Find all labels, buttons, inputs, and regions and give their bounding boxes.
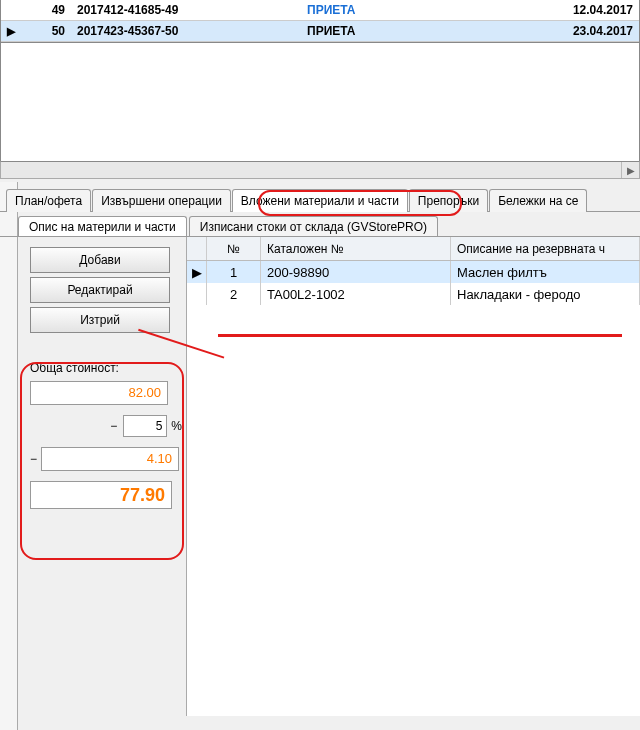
order-doc: 2017412-41685-49 [71,3,301,17]
tab-recommendations[interactable]: Препоръки [409,189,488,212]
col-n[interactable]: № [207,237,261,260]
cell-catalog: 200-98890 [261,261,451,283]
orders-row[interactable]: ▶ 50 2017423-45367-50 ПРИЕТА 23.04.2017 [1,21,639,42]
percent-label: % [171,419,182,433]
parts-header: № Каталожен № Описание на резервната ч [187,237,640,261]
discount-amt-field[interactable]: 4.10 [41,447,179,471]
subtotal-field[interactable]: 82.00 [30,381,168,405]
row-indicator-icon: ▶ [187,261,207,283]
discount-pct-field[interactable]: 5 [123,415,167,437]
col-desc[interactable]: Описание на резервната ч [451,237,640,260]
cell-catalog: TA00L2-1002 [261,283,451,305]
annotation-underline-icon [218,334,622,337]
horizontal-scrollbar[interactable]: ▶ [0,161,640,179]
parts-row[interactable]: ▶ 1 200-98890 Маслен филтъ [187,261,640,283]
grid-empty-area [0,43,640,161]
order-number: 49 [21,3,71,17]
row-indicator-icon [187,283,207,305]
add-button[interactable]: Добави [30,247,170,273]
parts-grid: № Каталожен № Описание на резервната ч ▶… [186,237,640,716]
parts-row[interactable]: 2 TA00L2-1002 Накладаки - феродо [187,283,640,305]
order-status: ПРИЕТА [301,3,431,17]
sub-tabs: Опис на материли и части Изписани стоки … [0,216,640,237]
order-date: 12.04.2017 [431,3,639,17]
subtab-store-issued[interactable]: Изписани стоки от склада (GVStorePRO) [189,216,438,237]
detail-panel: План/офета Извършени операции Вложени ма… [0,179,640,716]
row-indicator-icon: ▶ [1,25,21,38]
totals-block: Обща стойност: 82.00 − 5 % − 4.10 77.90 [30,361,190,509]
tab-operations[interactable]: Извършени операции [92,189,231,212]
minus-icon: − [110,419,117,433]
col-catalog[interactable]: Каталожен № [261,237,451,260]
total-field: 77.90 [30,481,172,509]
order-date: 23.04.2017 [431,24,639,38]
orders-row[interactable]: 49 2017412-41685-49 ПРИЕТА 12.04.2017 [1,0,639,21]
minus-icon: − [30,452,37,466]
order-status: ПРИЕТА [301,24,431,38]
order-doc: 2017423-45367-50 [71,24,301,38]
left-controls: Добави Редактирай Изтрий Обща стойност: … [0,237,186,716]
orders-grid: 49 2017412-41685-49 ПРИЕТА 12.04.2017 ▶ … [0,0,640,43]
order-number: 50 [21,24,71,38]
main-tabs: План/офета Извършени операции Вложени ма… [0,189,640,212]
edit-button[interactable]: Редактирай [30,277,170,303]
cell-desc: Маслен филтъ [451,261,640,283]
subtab-parts-list[interactable]: Опис на материли и части [18,216,187,237]
cell-n: 1 [207,261,261,283]
cell-n: 2 [207,283,261,305]
delete-button[interactable]: Изтрий [30,307,170,333]
tab-notes[interactable]: Бележки на се [489,189,587,212]
scroll-right-icon[interactable]: ▶ [621,162,639,178]
tab-plan[interactable]: План/офета [6,189,91,212]
cell-desc: Накладаки - феродо [451,283,640,305]
tab-materials[interactable]: Вложени материали и части [232,189,408,212]
